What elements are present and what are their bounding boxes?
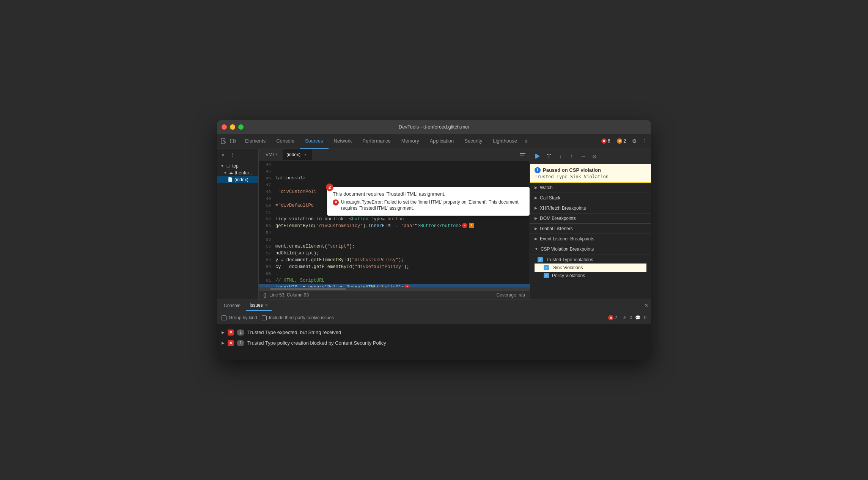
tab-console-bottom[interactable]: Console: [220, 300, 244, 311]
event-section-header[interactable]: ▶ Event Listener Breakpoints: [530, 234, 651, 244]
policy-violations-checkbox[interactable]: [544, 273, 549, 278]
step-out-button[interactable]: ↑: [567, 152, 576, 161]
tab-lighthouse[interactable]: Lighthouse: [487, 134, 522, 149]
group-by-kind-label[interactable]: Group by kind: [222, 315, 257, 320]
watch-section-header[interactable]: ▶ Watch: [530, 183, 651, 193]
issues-list: ▶ ✕ 1 Trusted Type expected, but String …: [217, 324, 651, 360]
issue-2-expand-icon[interactable]: ▶: [222, 341, 225, 345]
device-toolbar-icon[interactable]: [229, 137, 237, 145]
maximize-button[interactable]: [238, 124, 244, 130]
error-count-badge[interactable]: ✕ 6: [599, 138, 613, 144]
issues-error-icon: ✕: [608, 315, 613, 320]
watch-label: Watch: [540, 185, 553, 190]
deactivate-breakpoints-button[interactable]: ⊘: [590, 152, 599, 161]
xhr-label: XHR/fetch Breakpoints: [540, 205, 586, 211]
step-into-button[interactable]: ↓: [556, 152, 565, 161]
issue-row-1[interactable]: ▶ ✕ 1 Trusted Type expected, but String …: [217, 327, 651, 338]
tooltip-error-text: Uncaught TypeError: Failed to set the 'i…: [341, 199, 524, 212]
sink-violations-item[interactable]: Sink Violations: [535, 264, 646, 272]
info-count-sep: 💬: [635, 315, 641, 320]
inspect-icon[interactable]: [220, 137, 228, 145]
code-line-59: 59 cy = document.getElementById("divDefa…: [259, 264, 530, 270]
warning-count-badge[interactable]: ✕ 2: [615, 138, 628, 144]
xhr-section-header[interactable]: ▶ XHR/fetch Breakpoints: [530, 203, 651, 213]
cursor-position: Line 53, Column 93: [269, 292, 309, 298]
debugger-content: i Paused on CSP violation Trusted Type S…: [530, 164, 651, 300]
step-button[interactable]: →: [579, 152, 588, 161]
error-tooltip: 2 This document requires 'TrustedHTML' a…: [327, 187, 530, 216]
tab-performance[interactable]: Performance: [357, 134, 396, 149]
tab-elements[interactable]: Elements: [240, 134, 271, 149]
tree-arrow-top: ▼: [220, 164, 225, 168]
paused-banner: i Paused on CSP violation Trusted Type S…: [530, 164, 651, 183]
code-line-46: 46 lations<h1>: [259, 175, 530, 182]
tooltip-error-icon: ✕: [333, 199, 339, 205]
tab-sources[interactable]: Sources: [300, 134, 329, 149]
resume-button[interactable]: [533, 152, 542, 161]
issue-1-text: Trusted Type expected, but String receiv…: [247, 329, 341, 335]
issue-1-count: 1: [237, 329, 244, 336]
sink-violations-checkbox[interactable]: [544, 265, 549, 270]
tab-application[interactable]: Application: [425, 134, 459, 149]
tab-vm17-label: VM17: [266, 152, 277, 157]
sidebar-menu-icon[interactable]: ⋮: [228, 151, 236, 158]
close-button[interactable]: [222, 124, 227, 130]
step-over-button[interactable]: [544, 152, 554, 161]
minimize-button[interactable]: [230, 124, 235, 130]
tree-item-top[interactable]: ▼ □ top: [217, 163, 258, 169]
sources-panel: VM17 (index) × 44: [259, 149, 530, 300]
tree-label-index: (index): [234, 177, 248, 182]
tab-security[interactable]: Security: [459, 134, 487, 149]
more-options-icon[interactable]: ⋮: [640, 137, 648, 145]
devtools-toolbar: Elements Console Sources Network Perform…: [217, 134, 651, 149]
issues-tab-close[interactable]: ×: [265, 303, 268, 308]
code-line-58: 58 y = document.getElementById("divCusto…: [259, 257, 530, 264]
tree-item-tt-enforced[interactable]: ▼ ☁ tt-enforced: [217, 169, 258, 176]
bottom-panel: Console Issues × × Group by kind Include…: [217, 300, 651, 360]
tooltip-title: This document requires 'TrustedHTML' ass…: [333, 191, 524, 197]
devtools-tabs: Elements Console Sources Network Perform…: [240, 134, 596, 149]
tab-memory[interactable]: Memory: [396, 134, 425, 149]
global-section-header[interactable]: ▶ Global Listeners: [530, 224, 651, 234]
csp-section-header[interactable]: ▼ CSP Violation Breakpoints: [530, 244, 651, 254]
horizontal-scrollbar[interactable]: [259, 287, 530, 290]
settings-icon[interactable]: ⚙: [631, 137, 638, 145]
issue-1-badge: ✕: [228, 329, 234, 336]
source-more-icon[interactable]: [519, 151, 527, 158]
group-by-kind-checkbox[interactable]: [222, 315, 226, 320]
policy-violations-item[interactable]: Policy Violations: [535, 272, 646, 279]
error-icon: ✕: [601, 138, 607, 144]
tree-item-index[interactable]: 📄 (index): [217, 176, 258, 183]
code-line-44: 44: [259, 161, 530, 168]
debugger-toolbar: ↓ ↑ → ⊘: [530, 149, 651, 164]
more-tabs-icon[interactable]: »: [522, 137, 530, 145]
trusted-type-violations-item[interactable]: Trusted Type Violations: [535, 256, 646, 264]
third-party-label[interactable]: Include third-party cookie issues: [262, 315, 334, 320]
code-line-56: 56 ment.createElement("script");: [259, 243, 530, 250]
close-bottom-panel-button[interactable]: ×: [645, 302, 648, 309]
toolbar-icons-left: [217, 137, 240, 145]
svg-rect-3: [234, 140, 236, 142]
sidebar-more-icon[interactable]: »: [219, 151, 227, 158]
issue-1-expand-icon[interactable]: ▶: [222, 330, 225, 334]
dom-section-header[interactable]: ▶ DOM Breakpoints: [530, 213, 651, 224]
code-editor[interactable]: 44 45 46 lations<h1>: [259, 161, 530, 287]
issue-row-2[interactable]: ▶ ✕ 1 Trusted Type policy creation block…: [217, 338, 651, 348]
status-bar: {} Line 53, Column 93 Coverage: n/a: [259, 290, 530, 300]
svg-rect-2: [230, 139, 234, 143]
tab-index-close[interactable]: ×: [303, 152, 308, 157]
issues-toolbar: Group by kind Include third-party cookie…: [217, 312, 651, 324]
code-line-52: 52 licy violation in onclick: <button ty…: [259, 216, 530, 223]
tt-violations-label: Trusted Type Violations: [546, 257, 593, 262]
tab-issues[interactable]: Issues ×: [246, 300, 272, 311]
tab-console[interactable]: Console: [271, 134, 300, 149]
format-icon[interactable]: {}: [263, 292, 266, 298]
code-line-62: 62 innerHTML = generalPolicy.DcreateHTML…: [259, 284, 530, 287]
tab-vm17[interactable]: VM17: [262, 149, 281, 160]
tt-violations-checkbox[interactable]: [538, 257, 543, 262]
tab-index[interactable]: (index) ×: [283, 149, 312, 160]
callstack-section-header[interactable]: ▶ Call Stack: [530, 193, 651, 203]
tab-network[interactable]: Network: [329, 134, 357, 149]
issues-tab-label: Issues: [250, 303, 263, 308]
third-party-checkbox[interactable]: [262, 315, 267, 320]
